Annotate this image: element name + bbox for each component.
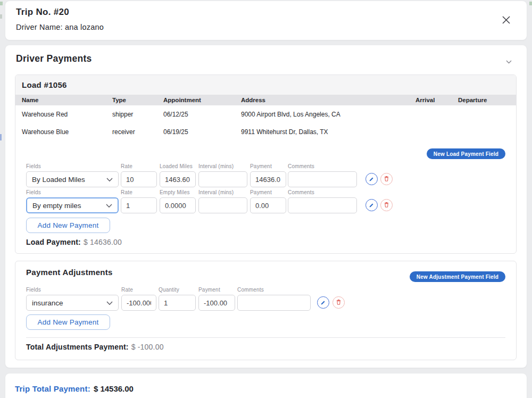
fields-select-value: By Loaded Miles [32, 176, 85, 184]
add-new-payment-button[interactable]: Add New Payment [26, 314, 110, 330]
background-artifact [0, 2, 3, 5]
quantity-input[interactable] [159, 295, 196, 311]
empty-miles-input[interactable] [160, 197, 196, 213]
stop-appointment: 06/19/25 [157, 128, 235, 136]
chevron-down-icon [506, 56, 512, 65]
interval-input[interactable] [198, 171, 247, 187]
fields-select[interactable]: By empty miles [26, 197, 119, 213]
total-adjustments-label: Total Adjustments Payment: [26, 343, 129, 351]
trip-total-label: Trip Total Payment: [15, 384, 90, 393]
chevron-down-icon [106, 299, 113, 307]
payment-adjustments-card: Payment Adjustments New Adjustment Payme… [15, 261, 517, 360]
fields-select-value: insurance [32, 299, 63, 307]
rate-input[interactable] [121, 295, 156, 311]
pencil-icon [320, 298, 326, 308]
rate-group: Rate [121, 287, 156, 311]
close-button[interactable] [500, 15, 512, 27]
comments-group: Comments [288, 189, 357, 213]
comments-input[interactable] [288, 171, 357, 187]
collapse-section-button[interactable] [506, 56, 512, 66]
payment-group: Payment [250, 163, 286, 187]
payment-input[interactable] [198, 295, 235, 311]
column-header-appointment: Appointment [157, 97, 235, 103]
trash-icon [336, 298, 342, 308]
fields-group: Fields insurance [26, 287, 119, 311]
payment-input[interactable] [250, 197, 286, 213]
fields-group: Fields By Loaded Miles [26, 163, 119, 187]
trip-total-bar: Trip Total Payment:$ 14536.00 [5, 374, 527, 398]
payment-input[interactable] [250, 171, 286, 187]
rate-group: Rate [121, 189, 157, 213]
load-payment-value: $ 14636.00 [84, 238, 122, 246]
new-adjustment-payment-field-button[interactable]: New Adjustment Payment Field [410, 271, 505, 282]
fields-label: Fields [26, 287, 119, 295]
trip-payments-modal: Trip No. #20 Driver Name: ana lozano Dri… [0, 0, 532, 398]
new-load-payment-field-button[interactable]: New Load Payment Field [427, 148, 505, 159]
rate-label: Rate [121, 189, 157, 197]
stop-type: receiver [106, 128, 157, 136]
loaded-miles-label: Loaded Miles [160, 163, 196, 171]
comments-label: Comments [288, 189, 357, 197]
close-icon [501, 15, 511, 27]
payment-label: Payment [250, 163, 286, 171]
driver-payments-title: Driver Payments [16, 53, 92, 64]
modal-header: Trip No. #20 Driver Name: ana lozano [5, 1, 527, 40]
column-header-type: Type [106, 97, 157, 103]
payment-label: Payment [198, 287, 235, 295]
rate-group: Rate [121, 163, 157, 187]
empty-miles-label: Empty Miles [160, 189, 196, 197]
background-artifact [529, 2, 532, 5]
delete-payment-button[interactable] [380, 173, 393, 185]
load-payment-label: Load Payment: [26, 238, 81, 246]
total-adjustments-value: $ -100.00 [131, 343, 164, 351]
fields-select[interactable]: By Loaded Miles [26, 171, 119, 187]
add-new-payment-button[interactable]: Add New Payment [26, 218, 110, 233]
stop-name: Warehouse Blue [15, 128, 106, 136]
driver-name-label: Driver Name: ana lozano [16, 23, 104, 31]
fields-label: Fields [26, 163, 119, 171]
rate-label: Rate [121, 287, 156, 295]
background-artifact [0, 14, 2, 19]
stop-appointment: 06/12/25 [157, 111, 235, 118]
edit-adjustment-button[interactable] [317, 296, 329, 309]
edit-payment-button[interactable] [365, 173, 378, 185]
fields-select[interactable]: insurance [26, 295, 119, 311]
chevron-down-icon [106, 176, 113, 184]
empty-miles-group: Empty Miles [160, 189, 196, 213]
interval-group: Interval (mins) [198, 163, 247, 187]
payment-adjustments-title: Payment Adjustments [26, 268, 113, 277]
interval-input[interactable] [198, 197, 247, 213]
column-header-arrival: Arrival [409, 97, 452, 103]
stop-address: 9911 Whitehurst Dr, Dallas, TX [235, 128, 409, 136]
interval-group: Interval (mins) [198, 189, 247, 213]
payment-group: Payment [250, 189, 286, 213]
load-card: Load #1056 Name Type Appointment Address… [15, 74, 517, 254]
column-header-address: Address [235, 97, 409, 103]
delete-adjustment-button[interactable] [332, 296, 345, 309]
stop-name: Warehouse Red [15, 111, 106, 118]
stop-type: shipper [106, 111, 157, 118]
payment-label: Payment [250, 189, 286, 197]
loaded-miles-group: Loaded Miles [160, 163, 196, 187]
edit-payment-button[interactable] [365, 199, 378, 211]
rate-input[interactable] [121, 197, 157, 213]
comments-input[interactable] [288, 197, 357, 213]
fields-label: Fields [26, 189, 119, 197]
trash-icon [384, 201, 389, 210]
delete-payment-button[interactable] [380, 199, 393, 211]
quantity-group: Quantity [159, 287, 196, 311]
table-row: Warehouse Red shipper 06/12/25 9000 Airp… [15, 105, 516, 123]
rate-input[interactable] [121, 171, 157, 187]
comments-input[interactable] [237, 295, 311, 311]
comments-group: Comments [237, 287, 311, 311]
comments-label: Comments [237, 287, 311, 295]
column-header-departure: Departure [452, 97, 517, 103]
trash-icon [384, 175, 389, 184]
pencil-icon [369, 201, 375, 210]
chevron-down-icon [106, 202, 112, 210]
interval-label: Interval (mins) [198, 163, 247, 171]
loaded-miles-input[interactable] [160, 171, 196, 187]
load-payment-total: Load Payment:$ 14636.00 [26, 238, 122, 246]
comments-group: Comments [288, 163, 357, 187]
table-row: Warehouse Blue receiver 06/19/25 9911 Wh… [15, 123, 516, 140]
